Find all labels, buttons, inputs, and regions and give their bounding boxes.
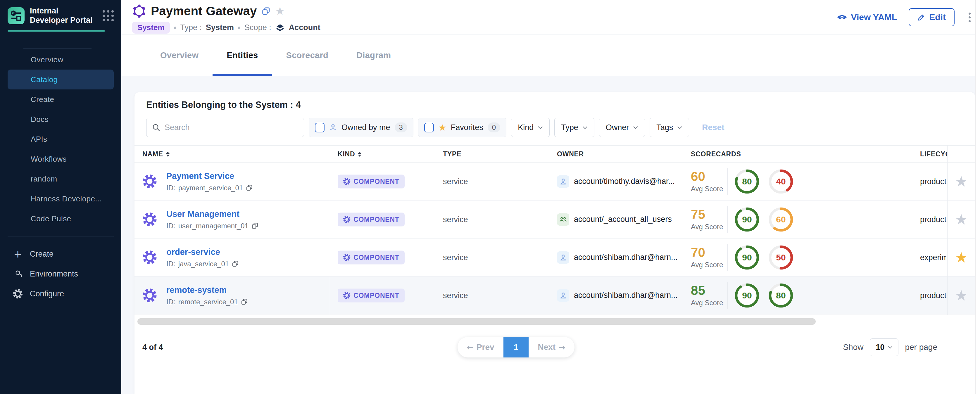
scorecard-ring[interactable]: 90 — [734, 283, 760, 308]
sidebar-item-workflows[interactable]: Workflows — [8, 149, 114, 169]
avg-score-value: 60 — [691, 170, 723, 183]
search-box[interactable] — [146, 118, 304, 137]
pager: ← Prev 1 Next → — [458, 337, 574, 357]
column-label: OWNER — [557, 150, 584, 158]
favorite-star-icon[interactable]: ★ — [955, 250, 968, 265]
favorite-star-icon[interactable]: ★ — [955, 288, 968, 303]
page-number-button[interactable]: 1 — [503, 337, 528, 357]
favorite-star-icon[interactable]: ★ — [955, 212, 968, 227]
sidebar-item-overview[interactable]: Overview — [8, 50, 114, 70]
sidebar-item-label: Workflows — [31, 155, 67, 164]
view-yaml-button[interactable]: View YAML — [837, 12, 897, 22]
copy-id-icon[interactable] — [251, 222, 258, 229]
sidebar-item-apis[interactable]: APIs — [8, 129, 114, 149]
tab-label: Entities — [227, 51, 258, 60]
copy-entity-name-icon[interactable] — [262, 7, 270, 16]
type-filter-dropdown[interactable]: Type — [554, 118, 594, 137]
table-body: Payment Service ID:payment_service_01 CO… — [135, 162, 975, 315]
sidebar-item-docs[interactable]: Docs — [8, 109, 114, 129]
favorite-star-icon[interactable]: ★ — [955, 174, 968, 189]
sidebar-item-configure[interactable]: Configure — [8, 284, 114, 304]
kind-badge[interactable]: COMPONENT — [338, 251, 405, 264]
scorecard-ring[interactable]: 60 — [768, 207, 794, 232]
app-title: Internal Developer Portal — [30, 6, 93, 25]
sort-icon[interactable] — [166, 152, 170, 157]
scrollbar-thumb[interactable] — [137, 318, 816, 325]
sidebar-item-create[interactable]: Create — [8, 89, 114, 109]
avg-score-value: 85 — [691, 284, 723, 297]
dot-separator — [238, 27, 240, 29]
entity-owner[interactable]: account/shibam.dhar@harn... — [557, 289, 678, 302]
entity-name-link[interactable]: User Management — [166, 209, 258, 219]
column-header-name[interactable]: NAME — [142, 146, 170, 163]
sidebar-divider — [8, 236, 114, 237]
sort-icon[interactable] — [358, 152, 361, 157]
entity-owner[interactable]: account/shibam.dhar@harn... — [557, 251, 678, 264]
copy-id-icon[interactable] — [232, 260, 239, 267]
favorites-label: Favorites — [451, 123, 483, 132]
plus-icon: + — [13, 248, 23, 260]
entity-type: service — [443, 291, 468, 300]
favorite-entity-star-icon[interactable]: ★ — [275, 5, 285, 17]
harness-logo[interactable] — [8, 7, 25, 24]
entity-name-link[interactable]: remote-system — [166, 285, 248, 295]
tab-label: Diagram — [356, 51, 391, 60]
horizontal-scrollbar[interactable] — [137, 318, 972, 325]
entity-name-link[interactable]: Payment Service — [166, 171, 253, 181]
owned-by-me-label: Owned by me — [342, 123, 390, 132]
kind-badge[interactable]: COMPONENT — [338, 289, 405, 302]
tags-filter-dropdown[interactable]: Tags — [650, 118, 689, 137]
kind-badge[interactable]: COMPONENT — [338, 175, 405, 188]
sidebar-item-catalog[interactable]: Catalog — [8, 70, 114, 89]
tab-scorecard[interactable]: Scorecard — [272, 35, 343, 76]
more-options-kebab-icon[interactable] — [966, 10, 973, 25]
column-label: KIND — [338, 150, 355, 158]
id-label: ID: — [166, 259, 175, 268]
entity-owner[interactable]: account/timothy.davis@har... — [557, 175, 675, 187]
sidebar-item-code-pulse[interactable]: Code Pulse — [8, 209, 114, 229]
tab-entities[interactable]: Entities — [213, 35, 272, 76]
favorites-filter[interactable]: ★ Favorites 0 — [418, 118, 506, 137]
edit-button[interactable]: Edit — [908, 8, 955, 26]
page-scrollbar-gutter[interactable] — [975, 0, 980, 394]
page-size-select[interactable]: 10 — [870, 338, 899, 356]
entity-owner[interactable]: account/_account_all_users — [557, 213, 672, 226]
scorecard-ring[interactable]: 80 — [734, 169, 760, 194]
card-title: Entities Belonging to the System : 4 — [146, 100, 301, 110]
owned-by-me-filter[interactable]: Owned by me 3 — [309, 118, 414, 137]
copy-id-icon[interactable] — [241, 298, 248, 305]
favorites-column-divider — [947, 145, 948, 315]
favorites-checkbox[interactable] — [424, 123, 434, 132]
owned-by-me-count: 3 — [395, 122, 407, 132]
prev-page-button[interactable]: ← Prev — [458, 337, 503, 357]
score-divider — [727, 282, 728, 309]
scorecard-ring[interactable]: 80 — [768, 283, 794, 308]
scorecard-ring[interactable]: 90 — [734, 245, 760, 270]
copy-id-icon[interactable] — [246, 184, 253, 191]
app-grid-icon[interactable] — [103, 10, 114, 21]
kind-badge[interactable]: System — [132, 22, 170, 33]
sidebar-item-environments[interactable]: Environments — [8, 264, 114, 284]
avg-score-label: Avg Score — [691, 185, 723, 193]
scorecard-ring[interactable]: 40 — [768, 169, 794, 194]
owner-filter-dropdown[interactable]: Owner — [599, 118, 645, 137]
entity-name-link[interactable]: order-service — [166, 247, 239, 257]
next-page-button[interactable]: Next → — [528, 337, 574, 357]
sidebar-item-random[interactable]: random — [8, 169, 114, 189]
group-icon — [557, 213, 569, 226]
reset-filters-button[interactable]: Reset — [702, 123, 724, 132]
scorecard-ring[interactable]: 50 — [768, 245, 794, 270]
search-input[interactable] — [165, 123, 299, 132]
tab-overview[interactable]: Overview — [146, 35, 213, 76]
sidebar-item-create-entity[interactable]: + Create — [8, 244, 114, 264]
tab-diagram[interactable]: Diagram — [342, 35, 405, 76]
user-icon — [557, 251, 569, 264]
scorecard-ring[interactable]: 90 — [734, 207, 760, 232]
kind-filter-dropdown[interactable]: Kind — [511, 118, 550, 137]
owned-by-me-checkbox[interactable] — [315, 123, 325, 132]
column-header-kind[interactable]: KIND — [338, 146, 361, 163]
entities-card: Entities Belonging to the System : 4 Own… — [135, 92, 975, 394]
system-entity-icon — [132, 4, 146, 18]
sidebar-item-harness-developer[interactable]: Harness Develope... — [8, 189, 114, 209]
kind-badge[interactable]: COMPONENT — [338, 213, 405, 226]
